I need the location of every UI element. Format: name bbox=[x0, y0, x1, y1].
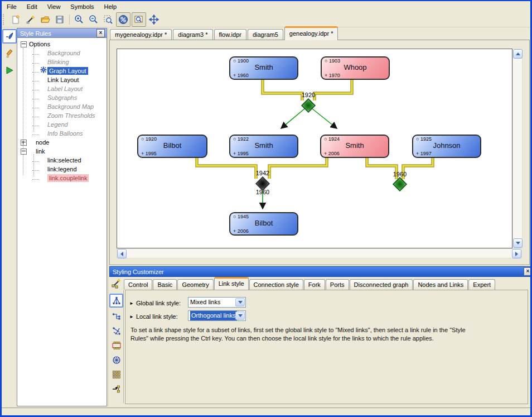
expand-icon[interactable] bbox=[21, 140, 27, 146]
scroll-right-icon[interactable] bbox=[512, 249, 521, 258]
diagram-canvas[interactable]: 1920 1942 1960 1960 ○ 1900 Smith + 1960 … bbox=[117, 49, 512, 248]
tree-item-blinking[interactable]: Blinking bbox=[17, 57, 107, 66]
tree-item-graph-layout[interactable]: Graph Layout bbox=[17, 66, 107, 75]
global-link-style-select[interactable]: Mixed links bbox=[188, 297, 246, 308]
transform-layout-icon[interactable] bbox=[110, 383, 122, 395]
style-rules-close-icon[interactable]: × bbox=[96, 29, 105, 37]
tab-link-style-active[interactable]: Link style bbox=[214, 277, 249, 290]
scroll-left-icon[interactable] bbox=[117, 249, 127, 258]
bus-layout-icon[interactable] bbox=[110, 339, 122, 351]
overview-icon[interactable] bbox=[132, 12, 146, 27]
person-node-smith-1924[interactable]: ○ 1924 Smith + 2006 bbox=[320, 135, 389, 158]
tree-item-node[interactable]: node bbox=[17, 137, 107, 146]
tab-diagram5[interactable]: diagram5 bbox=[248, 29, 283, 40]
tree-item-zoom-thresholds[interactable]: Zoom Thresholds bbox=[17, 111, 107, 119]
new-document-icon[interactable] bbox=[9, 13, 23, 26]
death-icon: + bbox=[325, 73, 327, 78]
tree-item-label-layout[interactable]: Label Layout bbox=[17, 84, 107, 93]
tree-item-link-layout[interactable]: Link Layout bbox=[17, 75, 107, 84]
zoom-in-icon[interactable] bbox=[72, 13, 86, 26]
collapse-icon[interactable] bbox=[21, 148, 27, 155]
tab-control[interactable]: Control bbox=[124, 279, 152, 290]
run-mode-button[interactable] bbox=[3, 64, 16, 77]
tree-item-options[interactable]: Options bbox=[17, 39, 107, 48]
person-node-bilbot-1920[interactable]: ○ 1920 Bilbot + 1995 bbox=[137, 135, 207, 158]
hierarchical-layout-icon[interactable] bbox=[110, 310, 122, 322]
link-layout-icon[interactable] bbox=[110, 325, 122, 337]
dropdown-arrow-icon[interactable] bbox=[235, 298, 245, 306]
style-rules-panel: Style Rules × Options Background Blinkin… bbox=[17, 28, 107, 406]
person-node-smith-1922[interactable]: ○ 1922 Smith + 1995 bbox=[229, 135, 298, 158]
circular-layout-icon[interactable] bbox=[110, 354, 122, 366]
save-icon[interactable] bbox=[53, 13, 66, 26]
document-tabs: mygenealogy.idpr * diagram3 * flow.idpr … bbox=[110, 28, 339, 40]
person-node-whoop-1903[interactable]: ○ 1903 Whoop + 1970 bbox=[321, 56, 390, 80]
pan-icon[interactable] bbox=[147, 13, 161, 26]
toolbar-grip[interactable] bbox=[3, 14, 6, 25]
death-year: 1960 bbox=[238, 73, 249, 78]
tree-item-link-selected[interactable]: link:selected bbox=[17, 155, 107, 164]
tab-diagram3[interactable]: diagram3 * bbox=[173, 29, 212, 40]
tab-disconnected-graph[interactable]: Disconnected graph bbox=[350, 279, 413, 290]
tab-ports[interactable]: Ports bbox=[326, 279, 349, 290]
layout-wizard-icon[interactable] bbox=[110, 277, 122, 289]
tree-item-link-couplelink[interactable]: link.couplelink bbox=[17, 173, 107, 182]
customizer-tabs: Control Basic Geometry Link style Connec… bbox=[124, 277, 496, 290]
style-mode-button[interactable] bbox=[2, 29, 17, 44]
death-icon: + bbox=[233, 228, 236, 234]
edit-mode-button[interactable] bbox=[3, 47, 16, 60]
scroll-down-icon[interactable] bbox=[513, 238, 523, 248]
tab-genealogy-active[interactable]: genealogy.idpr * bbox=[284, 26, 338, 40]
grid-layout-icon[interactable] bbox=[110, 368, 122, 380]
gear-icon bbox=[40, 66, 47, 75]
death-year: 2006 bbox=[238, 228, 249, 234]
tree-item-link-legend[interactable]: link:legend bbox=[17, 164, 107, 173]
person-node-smith-1900[interactable]: ○ 1900 Smith + 1960 bbox=[229, 56, 298, 80]
tab-connection-style[interactable]: Connection style bbox=[249, 279, 303, 290]
tab-flow[interactable]: flow.idpr bbox=[214, 29, 246, 40]
tab-nodes-and-links[interactable]: Nodes and Links bbox=[413, 279, 468, 290]
tree-item-background[interactable]: Background bbox=[17, 48, 107, 57]
menu-view[interactable]: View bbox=[42, 2, 66, 12]
collapse-icon[interactable] bbox=[21, 41, 27, 47]
dropdown-arrow-icon[interactable] bbox=[235, 311, 245, 320]
menu-symbols[interactable]: Symbols bbox=[65, 2, 99, 12]
tree-guide bbox=[23, 48, 24, 175]
tree-layout-icon[interactable] bbox=[109, 294, 123, 308]
tab-mygenealogy[interactable]: mygenealogy.idpr * bbox=[110, 29, 172, 40]
zoom-out-icon[interactable] bbox=[87, 13, 100, 26]
field-marker-icon: ► bbox=[129, 301, 134, 306]
death-year: 1995 bbox=[238, 151, 249, 156]
styling-customizer-close-icon[interactable]: × bbox=[524, 267, 532, 276]
menu-help[interactable]: Help bbox=[99, 2, 122, 12]
tab-expert[interactable]: Expert bbox=[468, 279, 495, 290]
tree-item-link[interactable]: link bbox=[17, 146, 107, 155]
wedding-diamond-1920[interactable] bbox=[302, 99, 315, 112]
person-node-johnson-1925[interactable]: ○ 1925 Johnson + 1997 bbox=[412, 135, 481, 158]
panel-splitter[interactable] bbox=[108, 28, 108, 406]
tab-fork[interactable]: Fork bbox=[304, 279, 325, 290]
wedding-diamond-1960[interactable] bbox=[393, 178, 407, 191]
tree-item-subgraphs[interactable]: Subgraphs bbox=[17, 93, 107, 102]
horizontal-scrollbar[interactable] bbox=[117, 248, 522, 258]
person-node-bilbot-1945[interactable]: ○ 1945 Bilbot + 2006 bbox=[229, 212, 298, 236]
main-toolbar bbox=[2, 12, 530, 27]
zoom-area-icon[interactable] bbox=[101, 13, 115, 26]
vertical-scrollbar[interactable] bbox=[512, 49, 523, 248]
wizard-icon[interactable] bbox=[24, 13, 37, 26]
menu-file[interactable]: File bbox=[2, 2, 22, 12]
person-name: Johnson bbox=[413, 141, 480, 150]
field-marker-icon: ► bbox=[129, 314, 134, 319]
styling-customizer-titlebar[interactable]: Styling Customizer × bbox=[109, 266, 532, 277]
tree-item-legend[interactable]: Legend bbox=[17, 119, 107, 128]
scroll-up-icon[interactable] bbox=[513, 49, 523, 59]
menu-edit[interactable]: Edit bbox=[22, 2, 42, 12]
open-folder-icon[interactable] bbox=[38, 13, 52, 26]
zoom-percent-icon[interactable] bbox=[116, 12, 130, 27]
tree-item-info-balloons[interactable]: Info Balloons bbox=[17, 128, 107, 137]
tab-geometry[interactable]: Geometry bbox=[177, 279, 213, 290]
local-link-style-select[interactable]: Orthogonal links bbox=[188, 310, 246, 321]
death-year: 2006 bbox=[328, 151, 340, 156]
tree-item-background-map[interactable]: Background Map bbox=[17, 102, 107, 111]
tab-basic[interactable]: Basic bbox=[153, 279, 177, 290]
